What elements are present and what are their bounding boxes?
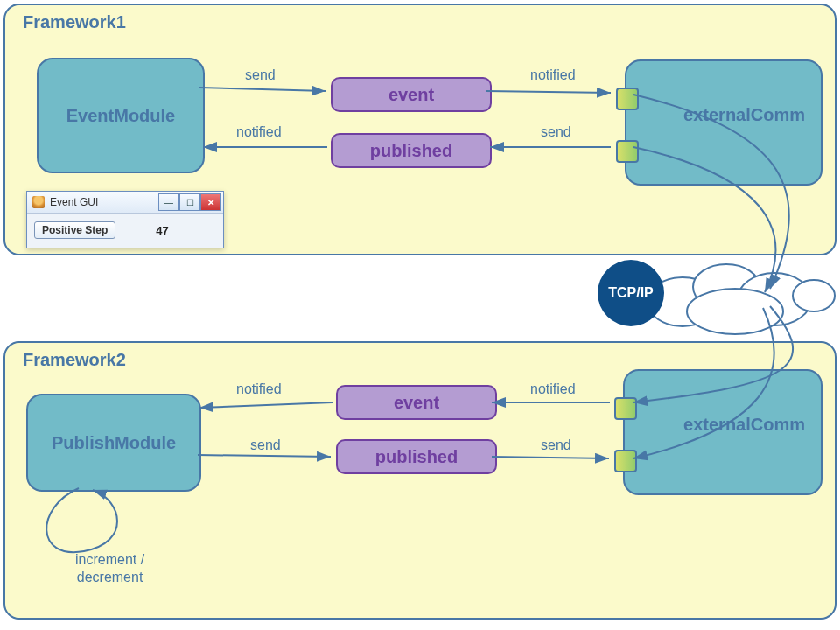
fw2-event-text: event xyxy=(394,393,439,413)
event-module-box: EventModule xyxy=(37,58,205,173)
fw2-external-comm-label: externalComm xyxy=(683,415,805,435)
framework2-label: Framework2 xyxy=(23,350,126,370)
event-gui-title-text: Event GUI xyxy=(50,196,98,208)
tcp-ip-badge: TCP/IP xyxy=(598,260,664,326)
java-icon xyxy=(32,196,45,208)
fw1-port-bottom xyxy=(616,140,639,163)
label-fw2-notified-event: notified xyxy=(530,382,576,397)
publish-module-box: PublishModule xyxy=(26,394,201,492)
svg-point-3 xyxy=(793,280,835,312)
svg-point-4 xyxy=(687,289,783,334)
label-fw2-notified-module: notified xyxy=(236,382,282,397)
event-gui-window: Event GUI — ☐ ✕ Positive Step 47 xyxy=(26,191,224,248)
fw1-external-comm-box: externalComm xyxy=(625,60,822,186)
fw2-external-comm-box: externalComm xyxy=(623,369,822,495)
event-gui-titlebar: Event GUI — ☐ ✕ xyxy=(27,192,223,214)
label-fw1-notified-ext: notified xyxy=(530,67,576,83)
fw1-external-comm-label: externalComm xyxy=(683,105,805,125)
label-fw1-send-event: send xyxy=(245,67,276,83)
fw1-event-msg: event xyxy=(331,77,492,112)
gui-counter-value: 47 xyxy=(156,224,168,237)
label-fw2-send-published: send xyxy=(250,438,281,453)
publish-module-text: PublishModule xyxy=(52,433,176,453)
framework1-label: Framework1 xyxy=(23,12,126,32)
fw1-port-top xyxy=(616,88,639,110)
fw1-published-text: published xyxy=(370,141,452,161)
maximize-button[interactable]: ☐ xyxy=(179,193,200,211)
fw2-published-text: published xyxy=(375,447,458,467)
fw1-published-msg: published xyxy=(331,133,492,168)
event-module-text: EventModule xyxy=(66,106,175,126)
fw1-event-text: event xyxy=(388,85,434,105)
fw2-published-msg: published xyxy=(336,439,497,474)
close-button[interactable]: ✕ xyxy=(200,193,221,211)
fw2-event-msg: event xyxy=(336,385,497,420)
minimize-button[interactable]: — xyxy=(158,193,179,211)
fw2-port-top xyxy=(614,397,637,420)
framework2-container: Framework2 PublishModule event published… xyxy=(4,341,836,620)
label-fw1-notified-module: notified xyxy=(236,124,282,140)
positive-step-button[interactable]: Positive Step xyxy=(34,221,116,239)
tcp-ip-label: TCP/IP xyxy=(608,285,654,301)
label-fw2-send-ext: send xyxy=(541,438,571,453)
self-loop-label: increment / decrement xyxy=(75,551,144,586)
fw2-port-bottom xyxy=(614,450,637,472)
label-fw1-send-published: send xyxy=(541,124,571,140)
